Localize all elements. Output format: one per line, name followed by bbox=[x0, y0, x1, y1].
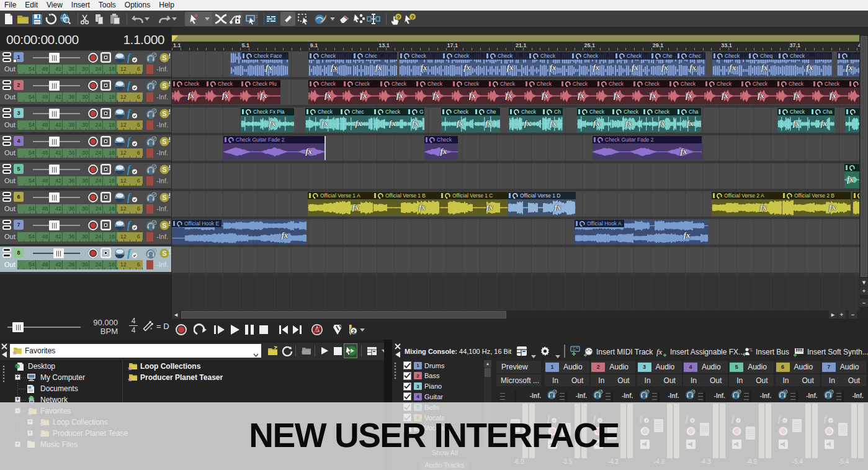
track-size-buttons[interactable] bbox=[2, 220, 12, 231]
audio-clip[interactable]: Gfx bbox=[407, 108, 424, 132]
redo-button[interactable] bbox=[157, 12, 172, 26]
web-media-button[interactable] bbox=[58, 12, 73, 26]
audio-clip[interactable]: Chfx bbox=[542, 108, 563, 132]
volume-slider-handle[interactable] bbox=[49, 53, 60, 63]
strip-out-tab[interactable]: Out bbox=[848, 376, 860, 385]
mixer-views-icon[interactable] bbox=[517, 346, 527, 358]
audio-clip[interactable]: Official Verse 1 Afx bbox=[308, 192, 373, 216]
restore-track-icon[interactable] bbox=[2, 142, 11, 146]
headphones-icon[interactable] bbox=[145, 192, 158, 203]
audio-clip[interactable]: Chafx bbox=[810, 108, 834, 132]
insert-soft-synth--button[interactable]: Insert Soft Synth... bbox=[793, 347, 868, 357]
mixer-track-bass[interactable]: 2Bass bbox=[403, 371, 439, 381]
mute-button[interactable] bbox=[100, 220, 112, 230]
record-arm-button[interactable] bbox=[87, 136, 99, 147]
track-size-buttons[interactable] bbox=[2, 108, 12, 119]
audio-clip[interactable]: Checkfx bbox=[777, 52, 832, 76]
track-visible-checkbox[interactable] bbox=[403, 392, 411, 400]
zoom-in-track-icon[interactable]: + bbox=[860, 287, 868, 295]
audio-clip[interactable]: Check Guitar Fade 2fx bbox=[593, 136, 702, 160]
zoom-out-time-icon[interactable]: − bbox=[849, 310, 857, 319]
summary-icon[interactable]: S bbox=[159, 248, 171, 259]
record-arm-button[interactable] bbox=[87, 192, 99, 203]
audio-clip[interactable]: Checkfx bbox=[776, 80, 812, 104]
minimize-track-icon[interactable] bbox=[2, 220, 11, 224]
track-number-chip[interactable]: 6 bbox=[14, 192, 24, 202]
volume-slider-handle[interactable] bbox=[49, 165, 60, 174]
mixer-track-drums[interactable]: 1Drums bbox=[403, 361, 444, 370]
folder-combobox[interactable]: Favorites bbox=[10, 344, 261, 358]
pencil-button[interactable] bbox=[280, 12, 295, 26]
file-item-loop-collections[interactable]: Loop Collections bbox=[127, 361, 200, 371]
audio-clip[interactable] bbox=[852, 192, 859, 216]
expand-icon[interactable]: + bbox=[15, 397, 20, 402]
audio-clip[interactable]: Checkfx bbox=[560, 80, 596, 104]
audio-clip[interactable]: Checkfx bbox=[205, 80, 240, 104]
audio-clip[interactable]: Checkfx bbox=[485, 52, 528, 76]
summary-icon[interactable]: S bbox=[159, 220, 171, 231]
track-header-4[interactable]: 4fSOut54484236302418126-Inf. bbox=[0, 135, 171, 160]
audio-clip[interactable]: Checkfx bbox=[399, 52, 442, 76]
track-size-buttons[interactable] bbox=[2, 248, 12, 259]
record-arm-button[interactable] bbox=[87, 108, 99, 119]
panel-drag-handle[interactable] bbox=[394, 362, 396, 383]
headphones-icon[interactable] bbox=[684, 389, 696, 400]
track-header-5[interactable]: 5fSOut54484236302418126-Inf. bbox=[0, 163, 171, 188]
record-arm-button[interactable] bbox=[87, 80, 99, 91]
record-arm-button[interactable] bbox=[87, 52, 99, 63]
new-file-button[interactable] bbox=[1, 12, 16, 26]
zoom-in-time-icon[interactable]: + bbox=[838, 310, 846, 319]
track-visible-checkbox[interactable] bbox=[403, 372, 411, 380]
dropdown-chevron-icon[interactable] bbox=[204, 12, 211, 26]
mixer-track-guitar[interactable]: 4Guitar bbox=[403, 392, 443, 401]
audio-clip[interactable]: Chafx bbox=[676, 108, 701, 132]
track-number-chip[interactable]: 5 bbox=[14, 164, 24, 174]
audio-clip[interactable]: Checkfx bbox=[704, 80, 740, 104]
track-properties-button[interactable] bbox=[264, 12, 279, 26]
audio-clip[interactable]: Checkfx bbox=[488, 80, 524, 104]
audio-clip[interactable]: Official Verse 1 Cfx bbox=[440, 192, 508, 216]
mixer-track-piano[interactable]: 3Piano bbox=[403, 382, 442, 391]
audio-clip[interactable]: Check Plufx bbox=[240, 80, 280, 104]
headphones-icon[interactable] bbox=[145, 52, 158, 63]
eraser-button[interactable] bbox=[337, 12, 352, 26]
track-number-chip[interactable]: 2 bbox=[14, 80, 24, 90]
headphones-icon[interactable] bbox=[546, 389, 558, 400]
strip-out-tab[interactable]: Out bbox=[617, 376, 629, 385]
strip-out-tab[interactable]: Out bbox=[756, 376, 767, 385]
headphones-icon[interactable] bbox=[145, 108, 158, 119]
track-lane-8[interactable] bbox=[172, 247, 859, 273]
horizontal-scrollbar[interactable]: ◄►+− bbox=[172, 310, 859, 319]
restore-track-icon[interactable] bbox=[2, 197, 11, 202]
audio-clip[interactable]: Checkfx bbox=[524, 80, 560, 104]
time-signature[interactable]: 44 bbox=[129, 317, 138, 334]
envelope-node-button[interactable] bbox=[352, 12, 367, 26]
refresh-button[interactable] bbox=[280, 343, 294, 358]
solo-button[interactable] bbox=[114, 248, 125, 259]
stop-small-button[interactable] bbox=[331, 343, 344, 358]
solo-button[interactable] bbox=[114, 220, 125, 231]
minimize-track-icon[interactable] bbox=[2, 136, 11, 140]
mute-button[interactable] bbox=[100, 192, 112, 202]
summary-icon[interactable]: S bbox=[159, 136, 171, 147]
audio-clip[interactable]: Checkfx bbox=[642, 108, 676, 132]
vertical-scrollbar[interactable]: ▼+− bbox=[860, 35, 868, 319]
menu-tools[interactable]: Tools bbox=[94, 0, 120, 11]
views-dropdown-icon[interactable] bbox=[531, 350, 536, 361]
track-header-8[interactable]: 8fSOut54484236302418126-Inf. bbox=[0, 246, 171, 272]
menu-help[interactable]: Help bbox=[154, 0, 179, 11]
solo-button[interactable] bbox=[114, 136, 125, 147]
track-size-buttons[interactable] bbox=[2, 52, 12, 63]
fx-button[interactable]: f bbox=[127, 135, 138, 147]
publish-refresh-button[interactable] bbox=[43, 12, 58, 26]
volume-slider-handle[interactable] bbox=[53, 248, 64, 258]
fx-button[interactable]: f bbox=[127, 219, 138, 231]
audio-clip[interactable]: Checfx bbox=[339, 108, 373, 132]
mute-button[interactable] bbox=[100, 164, 112, 174]
dropdown-chevron-icon[interactable] bbox=[171, 12, 178, 26]
audio-clip[interactable]: Checkfx bbox=[308, 52, 352, 76]
audio-clip[interactable]: Official Verse 1 Dfx bbox=[508, 192, 576, 216]
metronome-off-button[interactable] bbox=[309, 322, 325, 338]
audio-clip[interactable]: Official Verse 2 Bfx bbox=[782, 192, 851, 216]
beat-ruler[interactable]: 1.15.19.113.117.121.125.129.133.137.141.… bbox=[172, 42, 859, 50]
